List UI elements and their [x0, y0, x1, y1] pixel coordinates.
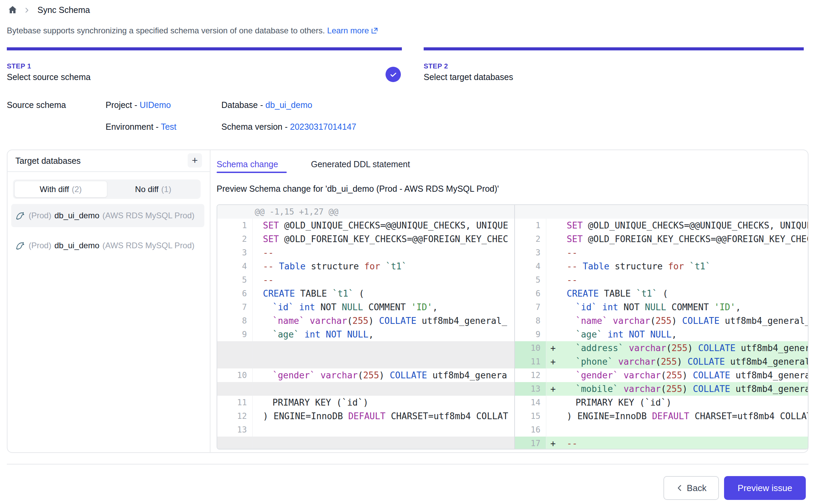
environment-link[interactable]: Test — [161, 122, 176, 131]
line-number: 13 — [217, 423, 253, 437]
diff-row: 16 — [515, 423, 809, 437]
diff-row: 9`age` int NOT NULL, — [515, 328, 809, 341]
diff-row: 14PRIMARY KEY (`id`) — [515, 396, 809, 409]
line-number: 12 — [515, 368, 546, 382]
diff-row — [217, 382, 514, 396]
step2-label: STEP 2 — [424, 62, 448, 70]
diff-sign: + — [546, 341, 562, 355]
line-number: 3 — [217, 246, 253, 259]
code-line: `gender` varchar(255) COLLATE utf8mb4_ge… — [562, 368, 809, 382]
database-link[interactable]: db_ui_demo — [265, 100, 312, 110]
tab-no-diff[interactable]: No diff (1) — [107, 181, 200, 198]
project-link[interactable]: UIDemo — [140, 100, 171, 110]
source-schema-label: Source schema — [7, 100, 66, 110]
diff-sign — [546, 328, 562, 341]
back-button[interactable]: Back — [663, 476, 719, 500]
panel-divider — [210, 150, 210, 452]
mysql-dolphin-icon — [15, 240, 26, 251]
code-line: `age` int NOT NULL, — [562, 328, 809, 341]
code-line: `mobile` varchar(255) COLLATE utf8mb4_ge… — [562, 382, 809, 396]
add-target-database-button[interactable]: + — [188, 153, 202, 168]
code-line: `address` varchar(255) COLLATE utf8mb4_g… — [562, 341, 809, 355]
diff-pane-target: 1SET @OLD_UNIQUE_CHECKS=@@UNIQUE_CHECKS,… — [515, 205, 809, 449]
target-database-row[interactable]: (Prod) db_ui_demo (AWS RDS MySQL Prod) — [11, 204, 204, 227]
code-line: SET @OLD_UNIQUE_CHECKS=@@UNIQUE_CHECKS, … — [562, 219, 809, 232]
line-number: 15 — [515, 409, 546, 423]
code-line: -- — [562, 273, 809, 287]
diff-row: 2SET @OLD_FOREIGN_KEY_CHECKS=@@FOREIGN_K… — [515, 232, 809, 246]
diff-row: 6CREATE TABLE `t1` ( — [217, 287, 514, 300]
diff-row: 7`id` int NOT NULL COMMENT 'ID', — [217, 300, 514, 314]
diff-sign: + — [546, 382, 562, 396]
diff-row: 12`gender` varchar(255) COLLATE utf8mb4_… — [515, 368, 809, 382]
line-number: 4 — [515, 259, 546, 273]
line-number: 14 — [515, 396, 546, 409]
target-database-row[interactable]: (Prod) db_ui_demo (AWS RDS MySQL Prod) — [11, 234, 204, 257]
source-database-field: Database - db_ui_demo — [221, 100, 312, 110]
target-databases-title: Target databases — [15, 156, 81, 166]
line-number — [217, 341, 253, 355]
code-line: PRIMARY KEY (`id`) — [562, 396, 809, 409]
code-line: `id` int NOT NULL COMMENT 'ID', — [562, 300, 809, 314]
line-number: 9 — [217, 328, 253, 341]
chevron-left-icon — [676, 484, 684, 492]
line-number: 12 — [217, 409, 253, 423]
diff-row: 3-- — [217, 246, 514, 259]
with-diff-count: (2) — [72, 185, 82, 194]
code-line: `gender` varchar(255) COLLATE utf8mb4_ge… — [253, 368, 514, 382]
diff-pane-source: @@ -1,15 +1,27 @@1SET @OLD_UNIQUE_CHECKS… — [217, 205, 514, 449]
diff-row: 5-- — [515, 273, 809, 287]
diff-sign — [546, 409, 562, 423]
diff-row: 10+`address` varchar(255) COLLATE utf8mb… — [515, 341, 809, 355]
source-environment-field: Environment - Test — [106, 122, 176, 132]
diff-row: 17+-- — [515, 437, 809, 450]
step1-progress-bar — [7, 47, 402, 50]
db-environment: (Prod) — [29, 241, 51, 250]
hunk-header: @@ -1,15 +1,27 @@ — [217, 205, 339, 219]
diff-row — [217, 341, 514, 355]
diff-row: 8`name` varchar(255) COLLATE utf8mb4_gen… — [515, 314, 809, 328]
tab-generated-ddl[interactable]: Generated DDL statement — [311, 159, 410, 169]
db-instance: (AWS RDS MySQL Prod) — [103, 211, 200, 220]
footer-divider — [7, 464, 809, 464]
diff-row: 11PRIMARY KEY (`id`) — [217, 396, 514, 409]
code-line — [253, 355, 514, 368]
line-number: 7 — [217, 300, 253, 314]
code-line: ) ENGINE=InnoDB DEFAULT CHARSET=utf8mb4 … — [562, 409, 809, 423]
line-number: 5 — [217, 273, 253, 287]
code-line: CREATE TABLE `t1` ( — [562, 287, 809, 300]
step1-done-check-icon — [386, 67, 401, 82]
line-number: 9 — [515, 328, 546, 341]
code-line: `id` int NOT NULL COMMENT 'ID', — [253, 300, 514, 314]
diff-row: 13+`mobile` varchar(255) COLLATE utf8mb4… — [515, 382, 809, 396]
code-line: -- Table structure for `t1` — [253, 259, 514, 273]
learn-more-link[interactable]: Learn more — [327, 26, 369, 35]
code-line: -- — [562, 246, 809, 259]
no-diff-count: (1) — [161, 185, 171, 194]
line-number: 3 — [515, 246, 546, 259]
tab-schema-change[interactable]: Schema change — [217, 159, 278, 169]
line-number: 6 — [217, 287, 253, 300]
diff-row — [217, 437, 514, 450]
code-line: PRIMARY KEY (`id`) — [253, 396, 514, 409]
diff-row: 15) ENGINE=InnoDB DEFAULT CHARSET=utf8mb… — [515, 409, 809, 423]
diff-row: 6CREATE TABLE `t1` ( — [515, 287, 809, 300]
line-number: 8 — [515, 314, 546, 328]
schema-diff-viewer: @@ -1,15 +1,27 @@1SET @OLD_UNIQUE_CHECKS… — [217, 204, 809, 450]
external-link-icon — [371, 26, 378, 34]
tab-with-diff[interactable]: With diff (2) — [14, 181, 107, 198]
home-icon[interactable] — [7, 5, 18, 15]
mysql-dolphin-icon — [15, 210, 26, 221]
diff-sign — [546, 219, 562, 232]
schema-version-link[interactable]: 20230317014147 — [290, 122, 356, 131]
diff-row: 10`gender` varchar(255) COLLATE utf8mb4_… — [217, 368, 514, 382]
preview-issue-button[interactable]: Preview issue — [724, 476, 806, 500]
diff-row: 2SET @OLD_FOREIGN_KEY_CHECKS=@@FOREIGN_K… — [217, 232, 514, 246]
code-line: SET @OLD_FOREIGN_KEY_CHECKS=@@FOREIGN_KE… — [562, 232, 809, 246]
intro-text: Bytebase supports synchronizing a specif… — [7, 25, 378, 36]
code-line — [253, 423, 514, 437]
diff-sign — [546, 300, 562, 314]
line-number: 8 — [217, 314, 253, 328]
step2-progress-bar — [424, 47, 804, 50]
diff-row: 7`id` int NOT NULL COMMENT 'ID', — [515, 300, 809, 314]
